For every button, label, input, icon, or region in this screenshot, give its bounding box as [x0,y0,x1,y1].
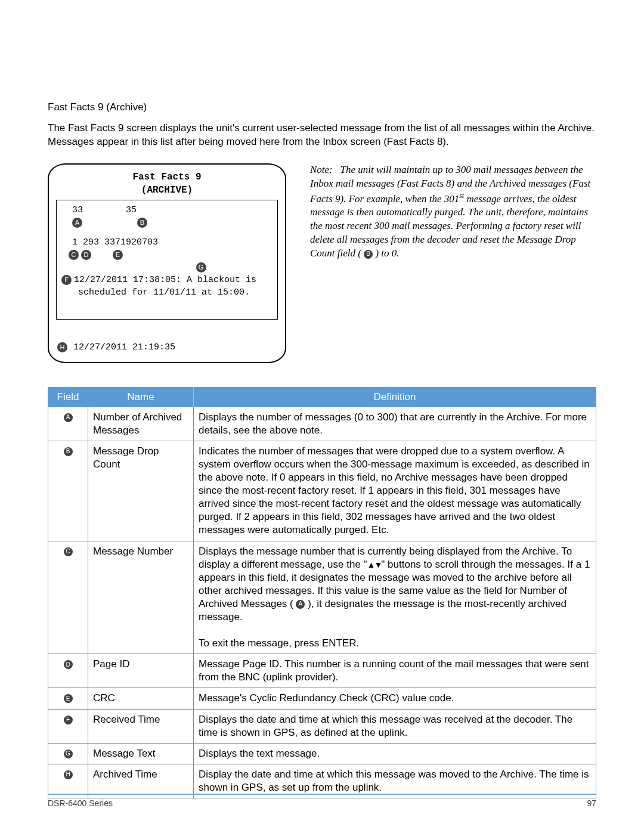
row-bullet-icon: D [64,660,73,669]
table-row: B Message Drop Count Indicates the numbe… [48,441,596,541]
footer-page-number: 97 [587,798,596,808]
row-def: Message's Cyclic Redundancy Check (CRC) … [194,688,596,709]
note-block: Note: The unit will maintain up to 300 m… [310,163,596,261]
bullet-h-icon: H [57,342,67,352]
row-def: Displays the message number that is curr… [194,541,596,654]
table-row: F Received Time Displays the date and ti… [48,709,596,743]
table-row: D Page ID Message Page ID. This number i… [48,654,596,688]
th-name: Name [88,387,194,407]
note-label: Note: [310,164,333,175]
th-field: Field [48,387,88,407]
note-sup: st [459,191,464,200]
row-name: Archived Time [88,764,194,798]
bullet-b-icon: B [137,218,147,228]
table-row: A Number of Archived Messages Displays t… [48,407,596,441]
screen-msg-1: 12/27/2011 17:38:05: A blackout is [74,274,256,286]
table-row: C Message Number Displays the message nu… [48,541,596,654]
row-def: Display the date and time at which this … [194,764,596,798]
screen-line1: 33 35 [61,204,273,216]
row-inline-bullet-a-icon: A [296,600,305,609]
screen-inner: 33 35 A B 1 293 3371920703 C D E [56,200,278,320]
row-def: Displays the date and time at which this… [194,709,596,743]
row-bullet-icon: A [64,413,73,422]
screen-line2-bullets: C D E [61,250,273,260]
row-bullet-icon: F [64,716,73,724]
screen-msg-line: F 12/27/2011 17:38:05: A blackout is [61,274,273,286]
bullet-g-icon: G [196,262,206,272]
row-name: Message Text [88,743,194,764]
bullet-a-icon: A [72,218,82,228]
table-row: H Archived Time Display the date and tim… [48,764,596,798]
screen-title-1: Fast Facts 9 [56,171,278,184]
row-def: Indicates the number of messages that we… [194,441,596,541]
screen-title-2: (ARCHIVE) [56,184,278,197]
screen-archived-line: H 12/27/2011 21:19:35 [56,341,278,354]
table-row: E CRC Message's Cyclic Redundancy Check … [48,688,596,709]
row-name: Message Number [88,541,194,654]
intro-paragraph: The Fast Facts 9 screen displays the uni… [48,122,596,149]
bullet-c-icon: C [69,250,79,260]
table-row: G Message Text Displays the text message… [48,743,596,764]
row-bullet-icon: E [64,694,73,703]
screen-line2: 1 293 3371920703 [61,236,273,249]
screen-g-bullet: G [61,262,273,272]
row-bullet-icon: B [64,447,73,456]
bullet-d-icon: D [81,250,91,260]
row-name: Received Time [88,709,194,743]
section-heading: Fast Facts 9 (Archive) [48,101,596,113]
definitions-table: Field Name Definition A Number of Archiv… [48,387,596,798]
row-name: Message Drop Count [88,441,194,541]
screen-line1-bullets: A B [61,218,273,228]
row-def: Message Page ID. This number is a runnin… [194,654,596,688]
footer-left: DSR-6400 Series [48,798,113,808]
th-definition: Definition [194,387,596,407]
note-body-3: ) to 0. [373,247,399,259]
bullet-e-icon: E [113,250,123,260]
row-name: CRC [88,688,194,709]
row-name: Page ID [88,654,194,688]
row-bullet-icon: C [64,547,73,556]
screen-msg-2: scheduled for 11/01/11 at 15:00. [61,286,273,299]
page-footer: DSR-6400 Series 97 [48,794,596,808]
updown-icon: ▲▼ [367,560,382,569]
note-bullet-b-icon: B [364,250,373,259]
row-def: Displays the number of messages (0 to 30… [194,407,596,441]
row-bullet-icon: H [64,770,73,779]
row-bullet-icon: G [64,750,73,758]
row-name: Number of Archived Messages [88,407,194,441]
bullet-f-icon: F [61,275,72,285]
row-def: Displays the text message. [194,743,596,764]
screen-archived-time: 12/27/2011 21:19:35 [73,341,175,354]
fast-facts-screen: Fast Facts 9 (ARCHIVE) 33 35 A B 1 293 3… [48,163,286,363]
